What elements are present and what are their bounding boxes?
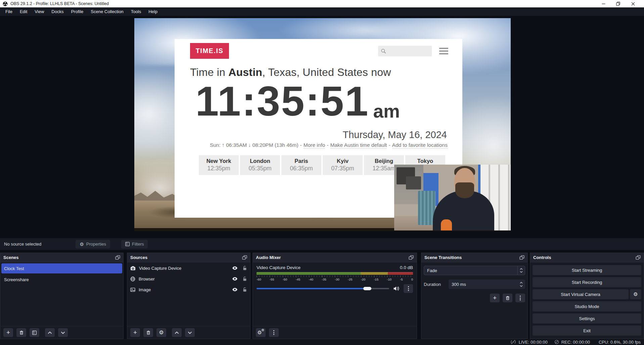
double-gear-icon: ⚙ ⚙ — [258, 330, 264, 336]
live-timer: LIVE: 00:00:00 — [519, 340, 548, 345]
spin-up-icon[interactable] — [520, 282, 523, 284]
popout-icon[interactable] — [409, 255, 414, 260]
add-scene-button[interactable]: + — [3, 328, 13, 337]
timeis-date: Thursday, May 16, 2024 — [175, 129, 462, 140]
menu-docks[interactable]: Docks — [48, 7, 67, 16]
scene-item-screenshare[interactable]: Screenshare — [1, 274, 122, 285]
source-item-video-capture[interactable]: Video Capture Device — [127, 263, 250, 273]
lock-icon[interactable] — [243, 287, 247, 292]
volume-meter — [257, 272, 413, 275]
menu-profile[interactable]: Profile — [67, 7, 87, 16]
mixer-channel-menu-button[interactable] — [404, 284, 413, 293]
exit-button[interactable]: Exit — [533, 326, 641, 336]
move-source-up-button[interactable] — [172, 328, 182, 337]
scenes-panel-header[interactable]: Scenes — [0, 253, 123, 262]
move-scene-up-button[interactable] — [45, 328, 55, 337]
add-transition-button[interactable]: + — [490, 294, 500, 302]
mixer-scale-label: -20 — [361, 277, 366, 281]
mixer-scale-label: -40 — [309, 277, 313, 281]
remove-scene-button[interactable] — [16, 328, 26, 337]
visibility-eye-icon[interactable] — [232, 266, 238, 270]
remove-source-button[interactable] — [143, 328, 153, 337]
move-source-down-button[interactable] — [185, 328, 195, 337]
mixer-scale-label: -5 — [400, 277, 403, 281]
minimize-button[interactable] — [601, 1, 606, 6]
preview-area: TIME.IS Time in Austin, Texas, United St… — [0, 16, 644, 238]
timeis-heading: Time in Austin, Texas, United States now — [190, 66, 462, 79]
menu-scene-collection[interactable]: Scene Collection — [87, 7, 127, 16]
start-recording-button[interactable]: Start Recording — [533, 277, 641, 287]
remove-transition-button[interactable] — [503, 294, 512, 302]
scene-transitions-panel: Scene Transitions Fade Duration 300 ms — [421, 253, 528, 339]
mixer-level-db: 0.0 dB — [400, 265, 413, 270]
source-item-browser[interactable]: Browser — [127, 274, 250, 284]
sun-times: Sun: ↑ 06:35AM ↓ 08:20PM (13h 46m) — [210, 142, 298, 148]
timeis-search-box — [378, 46, 432, 56]
meter-tick-marks — [257, 275, 413, 277]
volume-slider-handle[interactable] — [363, 287, 371, 290]
move-scene-down-button[interactable] — [58, 328, 68, 337]
audio-mixer-panel: Audio Mixer Video Capture Device 0.0 dB … — [252, 253, 417, 339]
scene-item-clock-test[interactable]: Clock Test — [1, 263, 122, 273]
sources-list: Video Capture Device Browser — [127, 262, 250, 326]
close-button[interactable] — [631, 1, 635, 6]
visibility-eye-icon[interactable] — [232, 277, 238, 281]
properties-button[interactable]: ⚙ Properties — [76, 240, 110, 249]
settings-button[interactable]: Settings — [533, 313, 641, 324]
webcam-person-beard — [455, 182, 474, 198]
advanced-audio-button[interactable]: ⚙ ⚙ — [256, 328, 266, 337]
make-default-link: Make Austin time default — [330, 142, 387, 148]
studio-mode-button[interactable]: Studio Mode — [533, 301, 641, 311]
titlebar[interactable]: OBS 29.1.2 - Profile: LLHLS BETA - Scene… — [0, 0, 644, 7]
program-canvas[interactable]: TIME.IS Time in Austin, Texas, United St… — [134, 18, 511, 231]
spin-down-icon[interactable] — [520, 285, 523, 287]
start-streaming-button[interactable]: Start Streaming — [533, 265, 641, 275]
rec-timer: REC: 00:00:00 — [561, 340, 590, 345]
popout-icon[interactable] — [242, 255, 247, 260]
transition-menu-button[interactable] — [515, 294, 525, 302]
volume-slider[interactable] — [257, 288, 389, 289]
start-virtual-camera-button[interactable]: Start Virtual Camera — [533, 289, 629, 299]
menu-file[interactable]: File — [2, 7, 16, 16]
sources-panel-header[interactable]: Sources — [127, 253, 250, 262]
menu-edit[interactable]: Edit — [16, 7, 31, 16]
transitions-panel-header[interactable]: Scene Transitions — [421, 253, 527, 262]
duration-spinner[interactable]: 300 ms — [449, 279, 525, 289]
speaker-icon[interactable] — [393, 286, 400, 291]
city-card: Kyiv07:35pm — [323, 155, 363, 175]
controls-panel-header[interactable]: Controls — [530, 253, 644, 262]
duration-value: 300 ms — [449, 282, 517, 287]
gear-icon: ⚙ — [80, 242, 84, 247]
globe-icon — [130, 276, 135, 282]
scenes-toolbar: + — [0, 326, 123, 339]
popout-icon[interactable] — [115, 255, 120, 260]
transition-dropdown[interactable]: Fade — [424, 266, 525, 275]
virtual-camera-settings-button[interactable]: ⚙ — [630, 289, 641, 299]
source-item-image[interactable]: Image — [127, 285, 250, 295]
filters-button[interactable]: Filters — [121, 240, 148, 249]
menu-help[interactable]: Help — [145, 7, 161, 16]
sources-title: Sources — [130, 255, 147, 260]
menu-view[interactable]: View — [31, 7, 48, 16]
mixer-scale: -60-55-50-45-40-35-30-25-20-15-10-50 — [257, 277, 413, 281]
transitions-title: Scene Transitions — [424, 255, 462, 260]
kebab-menu-icon — [273, 330, 274, 335]
controls-body: Start Streaming Start Recording Start Vi… — [530, 262, 644, 339]
menu-tools[interactable]: Tools — [127, 7, 145, 16]
popout-icon[interactable] — [636, 255, 641, 260]
visibility-eye-icon[interactable] — [232, 288, 238, 292]
mixer-menu-button[interactable] — [269, 328, 279, 337]
source-properties-button[interactable]: ⚙ — [156, 328, 166, 337]
dock-area: Scenes Clock Test Screenshare + — [0, 250, 644, 339]
popout-icon[interactable] — [519, 255, 524, 260]
restore-button[interactable] — [616, 1, 620, 6]
obs-logo-icon — [3, 1, 8, 6]
mixer-panel-header[interactable]: Audio Mixer — [253, 253, 417, 262]
mixer-scale-label: -25 — [348, 277, 353, 281]
scene-filters-button[interactable] — [30, 328, 39, 337]
lock-icon[interactable] — [243, 276, 247, 281]
no-source-selected-label: No source selected — [4, 242, 41, 247]
lock-icon[interactable] — [243, 266, 247, 270]
webcam-overlay — [394, 165, 511, 230]
add-source-button[interactable]: + — [130, 328, 140, 337]
